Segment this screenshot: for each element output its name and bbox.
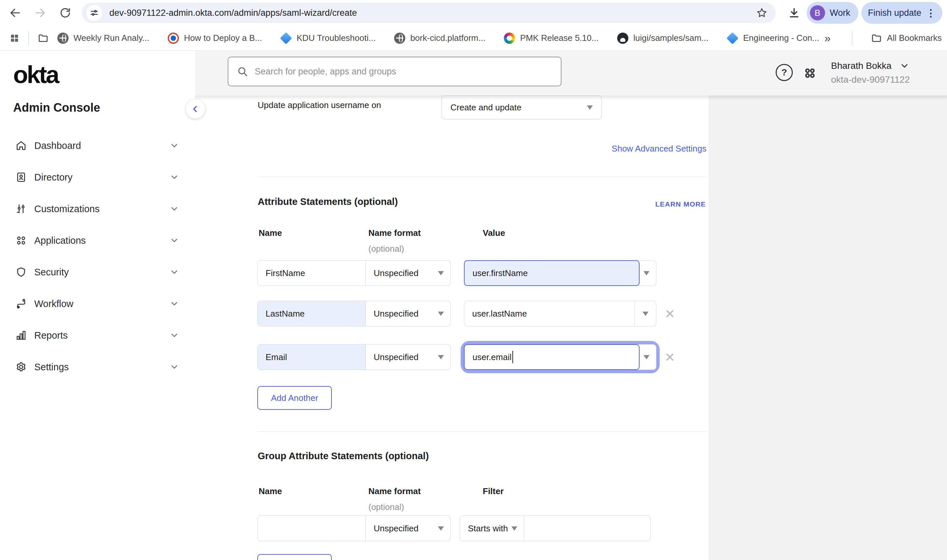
remove-row-button[interactable]: ✕ xyxy=(665,351,675,364)
attribute-name-input[interactable] xyxy=(258,301,365,326)
name-format-select[interactable]: Unspecified xyxy=(366,301,450,326)
sliders-icon xyxy=(15,203,27,215)
browser-toolbar: dev-90971122-admin.okta.com/admin/apps/s… xyxy=(0,0,947,26)
forward-icon[interactable] xyxy=(32,5,48,21)
column-header-name: Name xyxy=(259,228,282,238)
swirl-icon xyxy=(504,32,515,44)
select-arrow-icon xyxy=(438,355,444,359)
user-menu[interactable]: Bharath Bokka okta-dev-90971122 xyxy=(831,61,910,85)
folder-icon xyxy=(871,32,882,44)
name-format-select[interactable]: Unspecified xyxy=(366,345,450,369)
sidebar-item-settings[interactable]: Settings xyxy=(0,351,195,383)
okta-logo: okta xyxy=(13,61,58,89)
bookmark-star-icon[interactable] xyxy=(754,5,770,21)
group-row-name-format: Unspecified xyxy=(257,515,451,541)
attribute-name-input[interactable] xyxy=(258,260,365,286)
global-search[interactable] xyxy=(228,57,562,86)
search-input[interactable] xyxy=(255,66,552,77)
bookmarks-bar: Weekly Run Analy... How to Deploy a B...… xyxy=(0,26,947,51)
select-arrow-icon xyxy=(438,312,444,316)
name-format-select[interactable]: Unspecified xyxy=(366,260,450,286)
name-format-select[interactable]: Unspecified xyxy=(366,516,450,541)
bookmarks-overflow-icon[interactable]: » xyxy=(822,32,833,45)
screen: dev-90971122-admin.okta.com/admin/apps/s… xyxy=(0,0,947,560)
folder-icon[interactable] xyxy=(38,32,49,44)
bookmark-item[interactable]: KDU Troubleshooti... xyxy=(280,33,376,43)
chevron-down-icon xyxy=(169,299,179,309)
group-name-input[interactable] xyxy=(258,516,365,541)
profile-label: Work xyxy=(830,8,850,18)
filter-operator-select[interactable]: Starts with xyxy=(460,516,524,541)
diamond-icon xyxy=(280,32,292,44)
reload-icon[interactable] xyxy=(57,5,73,21)
browser-profile-chip[interactable]: B Work xyxy=(807,2,858,24)
group-attribute-statements-title: Group Attribute Statements (optional) xyxy=(258,451,429,462)
bookmark-item[interactable]: How to Deploy a B... xyxy=(168,32,262,44)
user-name: Bharath Bokka xyxy=(831,61,892,71)
globe-icon xyxy=(57,32,69,44)
chevron-down-icon xyxy=(169,362,179,372)
value-dropdown-toggle[interactable] xyxy=(635,301,656,326)
sidebar-item-applications[interactable]: Applications xyxy=(0,225,195,256)
address-bar[interactable]: dev-90971122-admin.okta.com/admin/apps/s… xyxy=(82,3,776,23)
search-icon xyxy=(237,66,248,77)
avatar: B xyxy=(810,5,825,20)
github-icon xyxy=(617,32,628,44)
kebab-menu-icon[interactable]: ⋮ xyxy=(926,7,936,19)
select-arrow-icon xyxy=(438,271,444,275)
attribute-row-name-format: Unspecified xyxy=(257,344,451,370)
app-switcher-icon[interactable] xyxy=(801,64,819,82)
chevron-left-icon xyxy=(191,104,200,114)
column-header-format: Name format xyxy=(368,228,421,238)
saml-settings-form: Update application username on Create an… xyxy=(195,95,708,560)
back-icon[interactable] xyxy=(7,5,23,21)
sidebar-item-reports[interactable]: Reports xyxy=(0,320,195,351)
download-icon[interactable] xyxy=(786,5,802,21)
chevron-down-icon xyxy=(169,331,179,340)
select-arrow-icon xyxy=(587,105,593,110)
column-note-optional: (optional) xyxy=(368,244,404,254)
help-icon[interactable]: ? xyxy=(776,64,793,81)
sidebar-collapse-button[interactable] xyxy=(186,100,205,118)
username-update-value: Create and update xyxy=(450,102,521,113)
all-bookmarks-button[interactable]: All Bookmarks xyxy=(871,32,942,44)
bookmark-item[interactable]: bork-cicd.platform... xyxy=(394,32,485,44)
bookmark-item[interactable]: PMK Release 5.10... xyxy=(504,32,598,44)
column-header-filter: Filter xyxy=(483,486,504,497)
chevron-down-icon xyxy=(169,172,179,182)
select-arrow-icon xyxy=(642,312,648,316)
globe-icon xyxy=(394,32,405,44)
attribute-value-group xyxy=(464,260,656,286)
learn-more-link[interactable]: LEARN MORE xyxy=(655,200,706,208)
column-header-format: Name format xyxy=(368,486,421,497)
attribute-name-input[interactable] xyxy=(258,345,365,369)
show-advanced-settings-link[interactable]: Show Advanced Settings xyxy=(611,144,707,154)
diamond-icon xyxy=(727,32,739,44)
apps-icon xyxy=(15,235,27,246)
remove-row-button[interactable]: ✕ xyxy=(665,308,675,320)
sidebar-item-customizations[interactable]: Customizations xyxy=(0,193,195,225)
add-another-group-button[interactable]: Add Another xyxy=(257,554,332,560)
chevron-down-icon xyxy=(169,235,179,245)
bookmark-item[interactable]: luigi/samples/sam... xyxy=(617,32,708,44)
attribute-value-input[interactable] xyxy=(464,301,635,326)
sidebar-item-directory[interactable]: Directory xyxy=(0,162,195,193)
finish-update-button[interactable]: Finish update ⋮ xyxy=(861,2,942,24)
sidebar-item-dashboard[interactable]: Dashboard xyxy=(0,130,195,162)
attribute-value-group-focused: user.email xyxy=(464,344,656,370)
attribute-value-input[interactable] xyxy=(464,260,639,286)
bookmark-item[interactable]: Engineering - Con... xyxy=(727,33,819,43)
sidebar-item-security[interactable]: Security xyxy=(0,256,195,288)
sidebar-item-workflow[interactable]: Workflow xyxy=(0,288,195,320)
apps-grid-icon[interactable] xyxy=(9,33,20,43)
chevron-down-icon xyxy=(169,267,179,277)
gear-icon xyxy=(15,361,27,373)
attribute-value-input[interactable]: user.email xyxy=(464,344,639,370)
attribute-row-name-format: Unspecified xyxy=(257,301,451,326)
filter-value-input[interactable] xyxy=(524,516,650,541)
divider xyxy=(28,31,29,45)
attribute-value-group xyxy=(464,301,656,326)
site-settings-icon[interactable] xyxy=(86,5,102,21)
bookmark-item[interactable]: Weekly Run Analy... xyxy=(57,32,149,44)
add-another-button[interactable]: Add Another xyxy=(257,386,332,410)
